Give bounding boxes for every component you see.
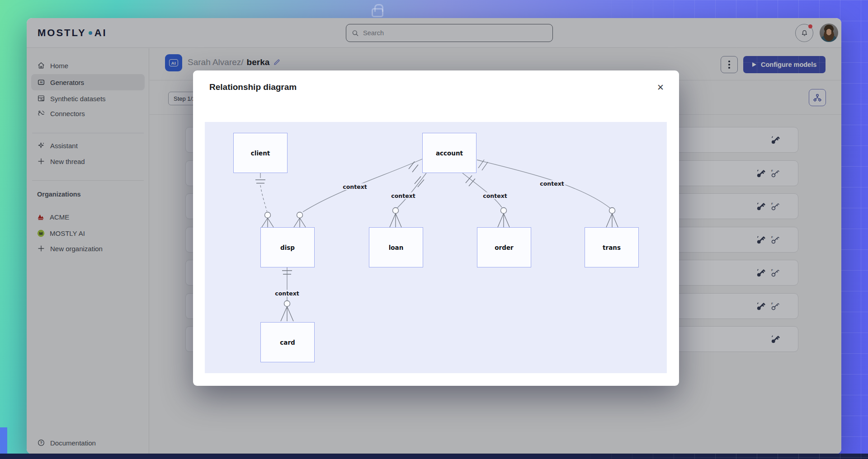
entity-node-label: disp — [280, 244, 295, 251]
entity-node-label: order — [495, 244, 513, 251]
edge-label-context: context — [274, 290, 300, 297]
entity-node-order[interactable]: order — [477, 227, 531, 267]
edge-label-context: context — [341, 183, 368, 190]
entity-node-card[interactable]: card — [260, 322, 315, 362]
entity-node-disp[interactable]: disp — [260, 227, 315, 267]
entity-node-label: loan — [389, 244, 404, 251]
relationship-diagram-modal: Relationship diagram ✕ — [193, 70, 679, 386]
er-diagram-canvas[interactable]: clientaccountdisploanordertranscard cont… — [205, 122, 667, 373]
entity-node-label: card — [280, 339, 295, 346]
entity-node-label: trans — [603, 244, 621, 251]
entity-node-label: client — [251, 150, 270, 157]
wallpaper-corner-block — [0, 427, 7, 455]
entity-node-account[interactable]: account — [422, 133, 476, 173]
entity-node-trans[interactable]: trans — [585, 227, 639, 267]
desktop: MOSTLY AI Home AI Generators — [0, 0, 868, 459]
entity-node-loan[interactable]: loan — [369, 227, 423, 267]
taskbar-strip — [0, 454, 868, 459]
modal-title: Relationship diagram — [209, 82, 297, 92]
edge-label-context: context — [538, 180, 565, 187]
close-icon[interactable]: ✕ — [654, 80, 667, 94]
wallpaper-lock-icon — [372, 8, 383, 17]
edge-label-context: context — [481, 192, 508, 199]
entity-node-label: account — [436, 150, 463, 157]
edge-label-context: context — [390, 192, 416, 199]
entity-node-client[interactable]: client — [233, 133, 288, 173]
